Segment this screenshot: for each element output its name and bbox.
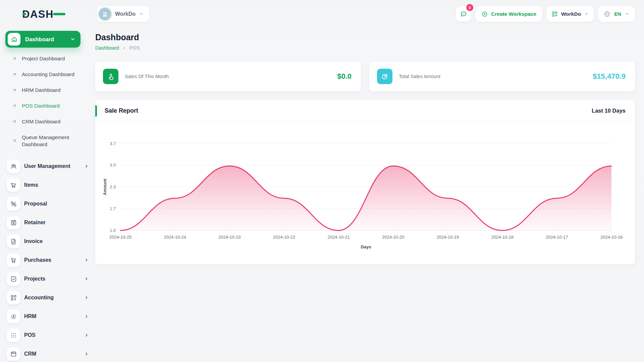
svg-text:2024-10-18: 2024-10-18 bbox=[491, 235, 514, 240]
stat-card-total-sales-amount: Total Sales Amount $15,470.9 bbox=[369, 62, 635, 91]
projects-icon bbox=[7, 272, 20, 286]
sidebar-subitem-project-dashboard[interactable]: Project Dashboard bbox=[0, 51, 95, 67]
chevron-right-icon bbox=[84, 333, 89, 338]
cart-icon bbox=[7, 178, 20, 192]
svg-text:Days: Days bbox=[361, 244, 371, 249]
svg-text:3.0: 3.0 bbox=[110, 163, 116, 168]
sidebar-item-user-management[interactable]: User Management bbox=[0, 157, 95, 176]
sale-report-chart-area: 3.73.02.31.71.02024-10-252024-10-242024-… bbox=[95, 122, 635, 264]
sidebar-item-label: User Management bbox=[24, 163, 84, 169]
status-ring-icon bbox=[12, 88, 16, 93]
chevron-right-icon bbox=[84, 295, 89, 300]
status-ring-icon bbox=[12, 120, 16, 124]
sidebar-subitem-queue-management-dashboard[interactable]: Queue Management Dashboard bbox=[0, 130, 95, 153]
sidebar-item-label: HRM bbox=[24, 313, 84, 319]
pos-grid-icon bbox=[7, 328, 20, 342]
svg-text:2.3: 2.3 bbox=[110, 185, 116, 189]
svg-text:Amount: Amount bbox=[102, 179, 107, 195]
svg-text:1.7: 1.7 bbox=[110, 206, 116, 211]
sale-report-range-label: Last 10 Days bbox=[592, 108, 626, 114]
language-menu-label: EN bbox=[614, 11, 621, 17]
language-menu-button[interactable]: EN bbox=[598, 6, 635, 22]
breadcrumb-current: POS bbox=[129, 45, 140, 51]
dash-logo-icon: DASH bbox=[22, 7, 66, 21]
sidebar-item-label: Purchases bbox=[24, 257, 84, 263]
sidebar-subitem-accounting-dashboard[interactable]: Accounting Dashboard bbox=[0, 67, 95, 82]
sidebar-subitem-hrm-dashboard[interactable]: HRM Dashboard bbox=[0, 82, 95, 98]
svg-text:2024-10-19: 2024-10-19 bbox=[437, 235, 459, 240]
chevron-right-icon bbox=[84, 314, 89, 319]
hand-click-icon bbox=[103, 69, 118, 84]
sidebar-subitem-crm-dashboard[interactable]: CRM Dashboard bbox=[0, 114, 95, 130]
chevron-down-icon bbox=[70, 36, 76, 42]
stat-card-sales-of-this-month: Sales Of This Month $0.0 bbox=[95, 62, 361, 91]
retainer-icon bbox=[7, 216, 20, 229]
svg-text:3.7: 3.7 bbox=[110, 141, 116, 146]
sidebar-dashboard-label: Dashboard bbox=[25, 36, 70, 43]
status-ring-icon bbox=[12, 104, 16, 108]
chevron-down-icon bbox=[584, 11, 589, 16]
page-title: Dashboard bbox=[95, 33, 635, 42]
breadcrumb: Dashboard POS bbox=[95, 45, 635, 51]
sidebar-item-label: Invoice bbox=[24, 238, 89, 244]
chevron-right-icon bbox=[84, 276, 89, 282]
create-workspace-label: Create Workspace bbox=[491, 11, 536, 17]
sidebar-item-label: Accounting bbox=[24, 295, 84, 301]
pie-chart-icon bbox=[377, 69, 392, 84]
sidebar-subitem-label: Accounting Dashboard bbox=[22, 71, 74, 78]
workspace-chip-label: WorkDo bbox=[115, 11, 136, 17]
sidebar-item-label: Projects bbox=[24, 276, 84, 282]
sidebar-item-hrm[interactable]: HRM bbox=[0, 307, 95, 326]
sidebar-item-pos[interactable]: POS bbox=[0, 326, 95, 345]
sidebar-subitem-label: Queue Management Dashboard bbox=[22, 134, 82, 148]
chevron-right-icon bbox=[84, 351, 89, 357]
sidebar-subitem-pos-dashboard[interactable]: POS Dashboard bbox=[0, 98, 95, 114]
svg-text:2024-10-22: 2024-10-22 bbox=[273, 235, 296, 240]
proposal-icon bbox=[7, 197, 20, 210]
sidebar-subitem-label: Project Dashboard bbox=[22, 55, 65, 62]
sidebar-item-label: Items bbox=[24, 182, 89, 188]
breadcrumb-dashboard-link[interactable]: Dashboard bbox=[95, 45, 119, 51]
svg-text:2024-10-20: 2024-10-20 bbox=[382, 235, 405, 240]
stat-label: Total Sales Amount bbox=[399, 74, 593, 79]
sidebar-item-crm[interactable]: CRM bbox=[0, 345, 95, 362]
svg-text:2024-10-16: 2024-10-16 bbox=[600, 235, 623, 240]
sidebar-item-projects[interactable]: Projects bbox=[0, 269, 95, 288]
sidebar-item-proposal[interactable]: Proposal bbox=[0, 194, 95, 213]
chevron-down-icon bbox=[139, 11, 144, 16]
chevron-right-icon bbox=[84, 257, 89, 263]
svg-text:2024-10-21: 2024-10-21 bbox=[327, 235, 350, 240]
cart-icon bbox=[7, 253, 20, 267]
stat-cards-row: Sales Of This Month $0.0 Total Sales Amo… bbox=[95, 62, 635, 91]
svg-text:2024-10-17: 2024-10-17 bbox=[546, 235, 568, 240]
sidebar-item-dashboard[interactable]: Dashboard bbox=[5, 31, 80, 48]
sidebar-subitem-label: HRM Dashboard bbox=[22, 87, 60, 94]
messages-button[interactable]: 0 bbox=[456, 6, 471, 21]
sidebar-item-label: Retainer bbox=[24, 220, 89, 226]
crm-icon bbox=[7, 347, 20, 361]
status-ring-icon bbox=[12, 57, 16, 61]
app-logo[interactable]: DASH bbox=[22, 7, 66, 21]
sale-report-chart: 3.73.02.31.71.02024-10-252024-10-242024-… bbox=[95, 122, 635, 264]
stat-value: $0.0 bbox=[337, 72, 352, 81]
svg-text:2024-10-23: 2024-10-23 bbox=[218, 235, 241, 240]
sidebar-item-retainer[interactable]: Retainer bbox=[0, 213, 95, 232]
create-workspace-button[interactable]: Create Workspace bbox=[475, 6, 542, 22]
chat-bubble-icon bbox=[460, 10, 468, 18]
sidebar-item-invoice[interactable]: Invoice bbox=[0, 232, 95, 251]
sidebar-item-items[interactable]: Items bbox=[0, 176, 95, 194]
workspace-avatar bbox=[99, 8, 111, 20]
logo-text: DASH bbox=[22, 8, 54, 20]
workspace-chip[interactable]: WorkDo bbox=[97, 6, 149, 22]
grid-plus-icon bbox=[7, 291, 20, 304]
workspace-menu-button[interactable]: WorkDo bbox=[547, 6, 594, 22]
sidebar-item-accounting[interactable]: Accounting bbox=[0, 288, 95, 307]
grid-plus-icon bbox=[551, 11, 558, 17]
sidebar-menu: User Management Items Proposal Retainer … bbox=[0, 157, 95, 362]
sidebar-item-label: POS bbox=[24, 332, 84, 338]
sidebar: DASH Dashboard Project Dashboard Account… bbox=[0, 0, 95, 362]
workspace-menu-label: WorkDo bbox=[561, 11, 581, 17]
plus-circle-icon bbox=[481, 11, 488, 17]
sidebar-item-purchases[interactable]: Purchases bbox=[0, 251, 95, 269]
sidebar-subitem-label: POS Dashboard bbox=[22, 103, 60, 110]
